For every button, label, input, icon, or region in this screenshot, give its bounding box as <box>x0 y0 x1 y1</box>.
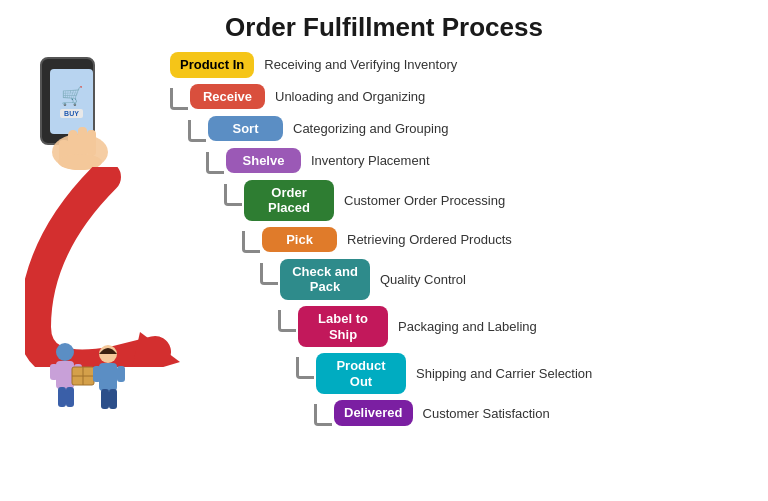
step-row-pick: PickRetrieving Ordered Products <box>170 227 768 253</box>
step-desc-delivered: Customer Satisfaction <box>423 406 550 421</box>
step-connector <box>170 88 188 110</box>
step-desc-pick: Retrieving Ordered Products <box>347 232 512 247</box>
step-desc-label-to-ship: Packaging and Labeling <box>398 319 537 334</box>
step-connector <box>206 152 224 174</box>
step-row-sort: SortCategorizing and Grouping <box>170 116 768 142</box>
step-box-delivered: Delivered <box>334 400 413 426</box>
svg-rect-9 <box>56 361 74 389</box>
step-row-order-placed: Order PlacedCustomer Order Processing <box>170 180 768 221</box>
page-title: Order Fulfillment Process <box>0 0 768 47</box>
svg-rect-12 <box>58 387 66 407</box>
svg-rect-18 <box>99 363 117 391</box>
step-connector <box>314 404 332 426</box>
step-row-delivered: DeliveredCustomer Satisfaction <box>170 400 768 426</box>
svg-rect-13 <box>66 387 74 407</box>
step-row-product-in: Product InReceiving and Verifying Invent… <box>170 52 768 78</box>
step-box-label-to-ship: Label to Ship <box>298 306 388 347</box>
step-desc-shelve: Inventory Placement <box>311 153 430 168</box>
step-box-order-placed: Order Placed <box>244 180 334 221</box>
buy-label: BUY <box>60 109 83 118</box>
svg-rect-2 <box>78 127 87 157</box>
step-desc-product-in: Receiving and Verifying Inventory <box>264 57 457 72</box>
step-desc-check-and-pack: Quality Control <box>380 272 466 287</box>
step-row-receive: ReceiveUnloading and Organizing <box>170 84 768 110</box>
step-box-sort: Sort <box>208 116 283 142</box>
step-row-check-and-pack: Check and PackQuality Control <box>170 259 768 300</box>
step-box-receive: Receive <box>190 84 265 110</box>
step-box-pick: Pick <box>262 227 337 253</box>
cart-icon: 🛒 <box>61 85 83 107</box>
step-desc-receive: Unloading and Organizing <box>275 89 425 104</box>
step-connector <box>278 310 296 332</box>
steps-container: Product InReceiving and Verifying Invent… <box>170 47 768 432</box>
step-box-check-and-pack: Check and Pack <box>280 259 370 300</box>
left-panel: 🛒 BUY <box>10 47 170 432</box>
step-connector <box>260 263 278 285</box>
hand-icon <box>50 122 110 172</box>
step-connector <box>188 120 206 142</box>
step-box-shelve: Shelve <box>226 148 301 174</box>
svg-rect-22 <box>109 389 117 409</box>
svg-rect-20 <box>117 366 125 382</box>
step-connector <box>296 357 314 379</box>
svg-rect-21 <box>101 389 109 409</box>
step-connector <box>224 184 242 206</box>
step-connector <box>242 231 260 253</box>
step-row-shelve: ShelveInventory Placement <box>170 148 768 174</box>
people-illustration <box>20 332 150 432</box>
svg-rect-10 <box>50 364 58 380</box>
step-desc-product-out: Shipping and Carrier Selection <box>416 366 592 381</box>
step-desc-order-placed: Customer Order Processing <box>344 193 505 208</box>
step-desc-sort: Categorizing and Grouping <box>293 121 448 136</box>
svg-rect-3 <box>87 130 96 156</box>
step-box-product-in: Product In <box>170 52 254 78</box>
phone-illustration: 🛒 BUY <box>20 57 110 167</box>
svg-rect-1 <box>68 130 78 158</box>
svg-point-8 <box>56 343 74 361</box>
step-row-label-to-ship: Label to ShipPackaging and Labeling <box>170 306 768 347</box>
step-row-product-out: Product OutShipping and Carrier Selectio… <box>170 353 768 394</box>
svg-rect-19 <box>93 366 101 382</box>
step-box-product-out: Product Out <box>316 353 406 394</box>
